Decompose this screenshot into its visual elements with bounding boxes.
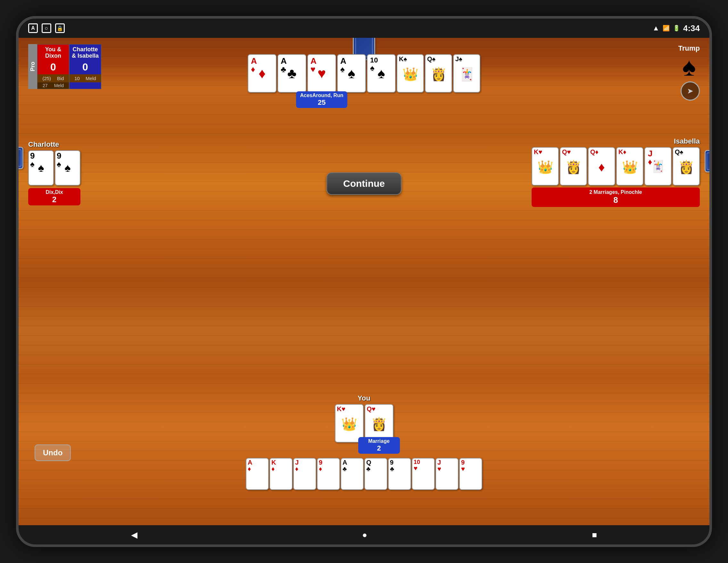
dixon-card-7: Q♠ 👸	[425, 54, 452, 93]
you-card-k-heart: K♥ 👑	[335, 404, 364, 443]
dixon-card-4: A♠ ♠	[337, 54, 366, 93]
isabella-name: Isabella	[532, 137, 700, 145]
dixon-card-6: K♠ 👑	[397, 54, 424, 93]
isabella-meld-badge: 2 Marriages, Pinochle 8	[532, 187, 700, 207]
right-deck	[705, 150, 709, 172]
meld-row-you: 27 Meld	[37, 82, 69, 89]
you-hand: A♦ K♦ J♦ 9♦ A♣	[246, 458, 482, 490]
charlotte-cards: 9♠ ♠ 9♠ ♠	[28, 150, 80, 186]
dixon-card-5: 10♠ ♠	[367, 54, 396, 93]
score-col-you: You & Dixon 0 (25) Bid 27 Meld	[37, 44, 69, 89]
signal-icon: 📶	[663, 25, 670, 32]
charlotte-card-2: 9♠ ♠	[55, 150, 80, 186]
isabella-card-4: K♦ 👑	[616, 147, 643, 186]
dixon-cards: A♦ ♦ A♣ ♣ A♥ ♥ AcesAround, Run 25	[248, 54, 480, 93]
isabella-card-2: Q♥ 👸	[560, 147, 587, 186]
isabella-card-3: Q♦ ♦	[588, 147, 615, 186]
status-right: ▲ 📶 🔋 4:34	[652, 23, 700, 33]
dixon-area: Dixon A♦ ♦ A♣ ♣ A♥ ♥ AcesAround, Run	[248, 44, 480, 93]
nav-bar: ◀ ● ■	[19, 525, 709, 544]
score-header-you: You & Dixon	[37, 45, 69, 60]
hand-card-7[interactable]: 9♣	[388, 458, 411, 490]
status-bar: A ○ 🔒 ▲ 📶 🔋 4:34	[19, 19, 709, 38]
hand-card-6[interactable]: Q♣	[364, 458, 387, 490]
battery-icon: 🔋	[673, 25, 680, 32]
icon-lock: 🔒	[55, 23, 65, 33]
isabella-area: Isabella K♥ 👑 Q♥ 👸 Q♦ ♦	[532, 137, 700, 207]
nav-home-button[interactable]: ●	[362, 530, 367, 540]
bid-value: (25)	[42, 76, 51, 81]
dixon-meld-badge: AcesAround, Run 25	[296, 91, 347, 108]
charlotte-name: Charlotte	[28, 140, 80, 149]
charlotte-card-1: 9♠ ♠	[28, 150, 54, 186]
icon-circle: ○	[42, 23, 51, 33]
charlotte-meld: Dix,Dix 2	[28, 188, 80, 205]
you-card-q-heart-wrapper: Q♥ 👸 Marriage 2	[365, 404, 393, 443]
hand-card-5[interactable]: A♣	[341, 458, 364, 490]
you-area: You K♥ 👑 Q♥ 👸 Marriage 2	[246, 394, 482, 490]
score-header-opp: Charlotte & Isabella	[70, 45, 101, 60]
device-frame: A ○ 🔒 ▲ 📶 🔋 4:34 Pro You & Dixon 0 (25) …	[16, 16, 712, 547]
status-icons-left: A ○ 🔒	[28, 23, 65, 33]
opp-meld-val: 10	[74, 76, 80, 81]
dixon-card-3: A♥ ♥ AcesAround, Run 25	[307, 54, 336, 93]
meld-value: 27	[43, 83, 48, 88]
you-name: You	[246, 394, 482, 402]
isabella-card-5: J♦ 🃏	[644, 147, 672, 186]
meld-label2: Meld	[86, 76, 96, 81]
hand-card-10[interactable]: 9♥	[459, 458, 482, 490]
isabella-cards: K♥ 👑 Q♥ 👸 Q♦ ♦ K♦ 👑	[532, 147, 700, 186]
trump-suit: ♠	[678, 54, 700, 80]
wifi-icon: ▲	[652, 24, 659, 32]
hand-card-2[interactable]: K♦	[269, 458, 293, 490]
hand-card-8[interactable]: 10♥	[412, 458, 435, 490]
hand-card-3[interactable]: J♦	[293, 458, 316, 490]
you-main-cards: K♥ 👑 Q♥ 👸 Marriage 2	[246, 404, 482, 443]
score-value-opp: 0	[70, 60, 101, 74]
trump-label: Trump	[678, 44, 700, 53]
scoreboard: Pro You & Dixon 0 (25) Bid 27 Meld Charl…	[28, 44, 101, 89]
trump-circle[interactable]: ➤	[681, 81, 700, 101]
icon-a: A	[28, 23, 38, 33]
you-card-q-heart: Q♥ 👸	[365, 404, 393, 443]
dixon-card-1: A♦ ♦	[248, 54, 277, 93]
undo-button[interactable]: Undo	[35, 444, 71, 461]
nav-back-button[interactable]: ◀	[131, 530, 137, 540]
isabella-card-1: K♥ 👑	[532, 147, 559, 186]
left-deck	[19, 147, 23, 169]
continue-button[interactable]: Continue	[327, 172, 401, 195]
isabella-card-6: Q♠ 👸	[673, 147, 700, 186]
hand-card-1[interactable]: A♦	[246, 458, 269, 490]
hand-card-9[interactable]: J♥	[435, 458, 459, 490]
you-meld-badge: Marriage 2	[358, 437, 400, 454]
charlotte-area: Charlotte 9♠ ♠ 9♠ ♠ Dix,Dix 2	[28, 140, 80, 205]
game-area: Pro You & Dixon 0 (25) Bid 27 Meld Charl…	[19, 38, 709, 525]
dixon-card-8: J♠ 🃏	[453, 54, 480, 93]
trump-area: Trump ♠ ➤	[678, 44, 700, 101]
meld-label: Meld	[54, 83, 64, 88]
hand-card-4[interactable]: 9♦	[317, 458, 340, 490]
time-display: 4:34	[683, 23, 700, 33]
bid-label: Bid	[57, 76, 64, 81]
dixon-card-2: A♣ ♣	[277, 54, 306, 93]
nav-recent-button[interactable]: ■	[592, 530, 597, 540]
score-value-you: 0	[37, 60, 69, 74]
score-col-opp: Charlotte & Isabella 0 10 Meld	[69, 44, 101, 89]
trump-arrow: ➤	[687, 87, 693, 95]
charlotte-dix-badge: Dix,Dix 2	[28, 188, 80, 205]
score-details-you: (25) Bid	[37, 74, 69, 82]
score-details-opp: 10 Meld	[70, 74, 101, 82]
pro-label: Pro	[28, 44, 37, 89]
